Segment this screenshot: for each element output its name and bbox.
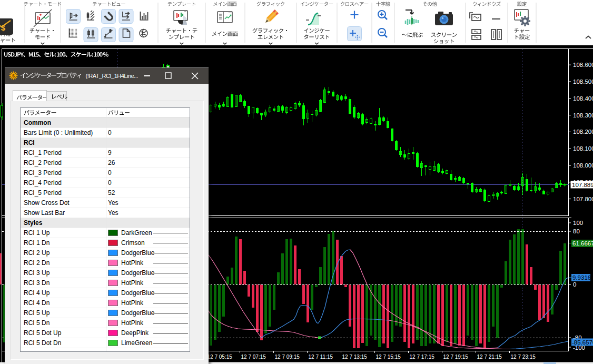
svg-text:12 7 13:15: 12 7 13:15 [342, 354, 368, 360]
svg-text:$: $ [12, 73, 15, 78]
svg-text:12 7 05:15: 12 7 05:15 [207, 354, 233, 360]
svg-text:108.600: 108.600 [573, 62, 593, 68]
svg-text:9.9316: 9.9316 [572, 274, 591, 281]
svg-text:$: $ [1, 23, 6, 32]
svg-text:100: 100 [573, 220, 583, 226]
svg-text:12 7 09:15: 12 7 09:15 [275, 354, 300, 360]
svg-text:12 7 11:15: 12 7 11:15 [309, 354, 333, 360]
svg-text:12 7 15:15: 12 7 15:15 [376, 354, 401, 360]
svg-text:12 7 19:15: 12 7 19:15 [443, 354, 469, 360]
svg-text:61.6667: 61.6667 [572, 240, 593, 247]
svg-text:108.000: 108.000 [573, 162, 593, 169]
svg-text:0: 0 [573, 281, 576, 288]
svg-text:12 7 21:15: 12 7 21:15 [477, 354, 502, 360]
svg-text:108.300: 108.300 [573, 112, 593, 119]
svg-text:12 7 23:15: 12 7 23:15 [511, 354, 536, 360]
svg-text:-85.6570: -85.6570 [572, 339, 593, 346]
svg-text:107.800: 107.800 [573, 196, 593, 202]
svg-text:12 7 07:15: 12 7 07:15 [241, 354, 266, 360]
svg-text:108.400: 108.400 [573, 95, 593, 102]
svg-text:80: 80 [573, 228, 580, 234]
svg-text:107.889: 107.889 [572, 182, 593, 188]
svg-text:108.500: 108.500 [573, 78, 593, 85]
svg-text:12 7 17:15: 12 7 17:15 [410, 354, 435, 360]
svg-text:108.100: 108.100 [573, 145, 593, 152]
svg-text:108.200: 108.200 [573, 129, 593, 135]
